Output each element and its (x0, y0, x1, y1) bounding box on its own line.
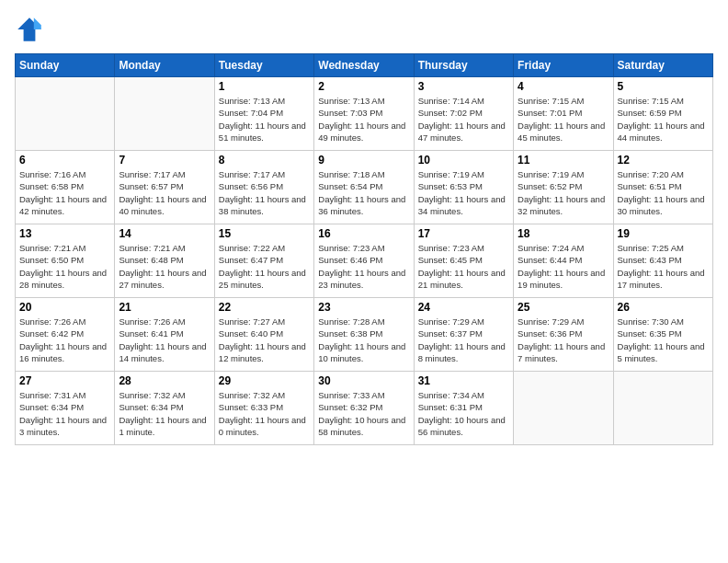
day-info-text: Daylight: 11 hours and 19 minutes. (518, 267, 609, 292)
day-info-text: Daylight: 11 hours and 44 minutes. (618, 120, 709, 144)
day-number: 16 (318, 227, 409, 240)
day-info-text: Sunset: 6:33 PM (219, 401, 310, 413)
day-info-text: Sunrise: 7:34 AM (418, 389, 509, 401)
weekday-header: Saturday (613, 54, 712, 77)
weekday-header: Wednesday (314, 54, 414, 77)
day-info-text: Daylight: 11 hours and 51 minutes. (219, 120, 310, 144)
calendar-day-cell: 11Sunrise: 7:19 AMSunset: 6:52 PMDayligh… (514, 151, 613, 224)
day-number: 11 (518, 154, 609, 167)
day-number: 10 (418, 154, 509, 167)
day-info-text: Sunrise: 7:17 AM (219, 168, 310, 180)
day-info-text: Daylight: 11 hours and 36 minutes. (318, 193, 409, 218)
day-info-text: Sunrise: 7:20 AM (618, 168, 709, 180)
day-info-text: Sunrise: 7:25 AM (618, 242, 709, 254)
day-info-text: Sunset: 6:36 PM (518, 327, 609, 339)
day-info-text: Sunset: 6:50 PM (19, 254, 110, 266)
day-info-text: Sunset: 6:34 PM (119, 401, 210, 413)
day-number: 19 (618, 227, 709, 240)
day-info-text: Daylight: 11 hours and 42 minutes. (19, 193, 110, 218)
day-info-text: Sunrise: 7:29 AM (418, 316, 509, 327)
day-number: 21 (119, 301, 210, 314)
weekday-header: Monday (115, 54, 214, 77)
day-number: 5 (618, 80, 709, 93)
day-info-text: Sunset: 6:51 PM (618, 180, 709, 192)
day-info-text: Sunset: 6:37 PM (418, 327, 509, 339)
day-info-text: Sunrise: 7:17 AM (119, 168, 210, 180)
day-info-text: Sunrise: 7:14 AM (418, 95, 509, 107)
day-info-text: Sunrise: 7:19 AM (518, 168, 609, 180)
page-header (15, 15, 713, 44)
day-info-text: Sunrise: 7:15 AM (518, 95, 609, 107)
day-info-text: Daylight: 11 hours and 1 minute. (119, 414, 210, 439)
day-info-text: Daylight: 11 hours and 25 minutes. (219, 267, 310, 292)
calendar-day-cell (613, 372, 712, 445)
day-number: 28 (119, 374, 210, 387)
calendar-day-cell: 30Sunrise: 7:33 AMSunset: 6:32 PMDayligh… (314, 372, 414, 445)
day-info-text: Daylight: 11 hours and 47 minutes. (418, 120, 509, 144)
calendar-day-cell (115, 77, 214, 151)
logo-icon (15, 15, 44, 44)
calendar-day-cell: 29Sunrise: 7:32 AMSunset: 6:33 PMDayligh… (214, 372, 313, 445)
day-number: 25 (518, 301, 609, 314)
day-info-text: Sunrise: 7:23 AM (418, 242, 509, 254)
day-info-text: Sunrise: 7:15 AM (618, 95, 709, 107)
day-number: 6 (19, 154, 110, 167)
calendar-day-cell: 9Sunrise: 7:18 AMSunset: 6:54 PMDaylight… (314, 151, 414, 224)
day-info-text: Sunrise: 7:26 AM (19, 316, 110, 327)
day-info-text: Sunset: 6:38 PM (318, 327, 409, 339)
day-info-text: Daylight: 11 hours and 21 minutes. (418, 267, 509, 292)
day-info-text: Sunset: 7:01 PM (518, 107, 609, 119)
calendar-day-cell: 18Sunrise: 7:24 AMSunset: 6:44 PMDayligh… (514, 224, 613, 298)
day-number: 27 (19, 374, 110, 387)
day-info-text: Daylight: 11 hours and 14 minutes. (119, 340, 210, 365)
day-info-text: Sunset: 6:58 PM (19, 180, 110, 192)
day-info-text: Sunset: 6:31 PM (418, 401, 509, 413)
day-info-text: Sunset: 7:04 PM (219, 107, 310, 119)
calendar-day-cell: 28Sunrise: 7:32 AMSunset: 6:34 PMDayligh… (115, 372, 214, 445)
day-info-text: Sunrise: 7:33 AM (318, 389, 409, 401)
svg-marker-1 (34, 17, 41, 29)
day-info-text: Sunrise: 7:21 AM (119, 242, 210, 254)
day-number: 20 (19, 301, 110, 314)
calendar-day-cell: 31Sunrise: 7:34 AMSunset: 6:31 PMDayligh… (414, 372, 513, 445)
day-info-text: Sunset: 6:43 PM (618, 254, 709, 266)
calendar-week-row: 20Sunrise: 7:26 AMSunset: 6:42 PMDayligh… (16, 298, 713, 372)
day-info-text: Sunset: 6:47 PM (219, 254, 310, 266)
weekday-header: Friday (514, 54, 613, 77)
day-info-text: Sunrise: 7:31 AM (19, 389, 110, 401)
calendar-day-cell: 13Sunrise: 7:21 AMSunset: 6:50 PMDayligh… (16, 224, 115, 298)
calendar-day-cell: 25Sunrise: 7:29 AMSunset: 6:36 PMDayligh… (514, 298, 613, 372)
calendar-day-cell: 4Sunrise: 7:15 AMSunset: 7:01 PMDaylight… (514, 77, 613, 151)
day-info-text: Sunset: 6:34 PM (19, 401, 110, 413)
day-info-text: Sunset: 6:53 PM (418, 180, 509, 192)
calendar-week-row: 1Sunrise: 7:13 AMSunset: 7:04 PMDaylight… (16, 77, 713, 151)
day-info-text: Sunrise: 7:24 AM (518, 242, 609, 254)
day-info-text: Daylight: 11 hours and 40 minutes. (119, 193, 210, 218)
day-info-text: Sunrise: 7:16 AM (19, 168, 110, 180)
weekday-header: Tuesday (214, 54, 313, 77)
calendar-day-cell: 17Sunrise: 7:23 AMSunset: 6:45 PMDayligh… (414, 224, 513, 298)
day-info-text: Sunset: 6:52 PM (518, 180, 609, 192)
calendar-day-cell: 8Sunrise: 7:17 AMSunset: 6:56 PMDaylight… (214, 151, 313, 224)
day-info-text: Sunrise: 7:29 AM (518, 316, 609, 327)
calendar-day-cell: 26Sunrise: 7:30 AMSunset: 6:35 PMDayligh… (613, 298, 712, 372)
day-info-text: Daylight: 11 hours and 10 minutes. (318, 340, 409, 365)
day-info-text: Sunrise: 7:21 AM (19, 242, 110, 254)
day-info-text: Sunrise: 7:23 AM (318, 242, 409, 254)
day-info-text: Sunrise: 7:19 AM (418, 168, 509, 180)
day-info-text: Sunrise: 7:13 AM (318, 95, 409, 107)
day-info-text: Daylight: 11 hours and 45 minutes. (518, 120, 609, 144)
day-info-text: Daylight: 10 hours and 58 minutes. (318, 414, 409, 439)
day-info-text: Sunrise: 7:32 AM (119, 389, 210, 401)
day-info-text: Daylight: 11 hours and 28 minutes. (19, 267, 110, 292)
day-info-text: Sunset: 6:56 PM (219, 180, 310, 192)
calendar-day-cell: 19Sunrise: 7:25 AMSunset: 6:43 PMDayligh… (613, 224, 712, 298)
day-number: 14 (119, 227, 210, 240)
day-number: 31 (418, 374, 509, 387)
calendar-week-row: 13Sunrise: 7:21 AMSunset: 6:50 PMDayligh… (16, 224, 713, 298)
calendar-day-cell: 23Sunrise: 7:28 AMSunset: 6:38 PMDayligh… (314, 298, 414, 372)
calendar-day-cell: 22Sunrise: 7:27 AMSunset: 6:40 PMDayligh… (214, 298, 313, 372)
day-number: 30 (318, 374, 409, 387)
day-info-text: Daylight: 11 hours and 17 minutes. (618, 267, 709, 292)
calendar-day-cell: 3Sunrise: 7:14 AMSunset: 7:02 PMDaylight… (414, 77, 513, 151)
